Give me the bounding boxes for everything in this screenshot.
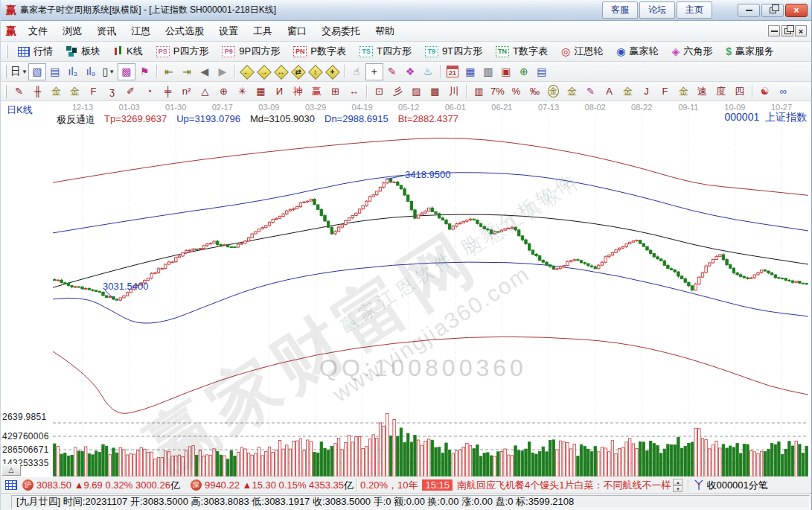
mdi-close-button[interactable]: × — [795, 25, 807, 36]
draw-tool-corner-frame[interactable]: ⊡ — [370, 83, 389, 100]
draw-tool-brush[interactable]: ✎ — [581, 83, 600, 100]
mdi-minimize-button[interactable] — [768, 25, 780, 36]
draw-tool-yin-yang[interactable]: ☯ — [755, 83, 774, 100]
toolbar-button-sectors[interactable]: 板块 — [60, 42, 107, 60]
toolbar-button-p-number-table[interactable]: PNP数字表 — [287, 42, 353, 60]
toolbar-button-calendar[interactable]: 21 — [444, 63, 461, 80]
toolbar-button-step-back[interactable]: ◀ — [196, 63, 214, 80]
ticker-scroll-down-icon[interactable]: ▼ — [673, 485, 682, 492]
toolbar-button-diamond-shift-right[interactable]: → — [255, 63, 272, 80]
menu-item-6[interactable]: 工具 — [246, 22, 280, 41]
draw-tool-gold-ratio-2[interactable]: 金 — [65, 83, 84, 100]
toolbar-button-winner-service[interactable]: $赢家服务 — [719, 42, 781, 60]
toolbar-button-goto-first[interactable]: ⇤ — [160, 63, 178, 80]
draw-tool-price-scale[interactable]: ▥ — [470, 83, 488, 100]
symbol-label[interactable]: 000001 上证指数 — [725, 111, 808, 124]
toolbar-button-pattern-window[interactable]: ▧ — [28, 63, 46, 80]
toolbar-button-t-number-table[interactable]: TNT数字表 — [489, 42, 554, 60]
titlebar-button-forum[interactable]: 论坛 — [639, 1, 675, 19]
toolbar-button-hexagon[interactable]: ◈六角形 — [665, 42, 719, 60]
draw-tool-wave-mark[interactable]: И — [270, 83, 289, 100]
toolbar-button-diamond-reset[interactable]: + — [324, 63, 341, 80]
toolbar-button-chart-bars-3[interactable]: ıl₃ — [64, 63, 82, 80]
pane-period-label[interactable]: 日K线 — [7, 103, 33, 117]
toolbar-button-calculator[interactable]: ▦ — [461, 63, 479, 80]
menu-item-3[interactable]: 江恩 — [124, 22, 158, 41]
toolbar-button-candle-style-dropdown[interactable]: ▯▼ — [100, 63, 118, 80]
toolbar-button-goto-last[interactable]: ⇥ — [178, 63, 196, 80]
restore-button[interactable] — [761, 4, 784, 17]
draw-tool-time-cycle[interactable]: ◔ — [140, 83, 159, 100]
draw-tool-gann-compass[interactable]: ⊕ — [214, 83, 233, 100]
draw-tool-time-comb[interactable]: ╪ — [159, 83, 177, 100]
draw-tool-fibo-f[interactable]: F — [84, 83, 103, 100]
draw-tool-angle-gold[interactable]: 金 — [674, 83, 693, 100]
draw-tool-angle-speed[interactable]: 速 — [693, 83, 712, 100]
draw-tool-permille[interactable]: ‰ — [525, 83, 544, 100]
toolbar-button-p-square[interactable]: PSP四方形 — [150, 42, 216, 60]
draw-tool-gann-pen[interactable]: ✎ — [10, 83, 28, 100]
toolbar-button-chart-bars-9[interactable]: ıl₉ — [82, 63, 100, 80]
draw-tool-percent-zone[interactable]: 7% — [488, 83, 507, 100]
toolbar-button-pattern-box[interactable]: ▩ — [118, 63, 135, 80]
draw-tool-gold-ratio-1[interactable]: 金 — [47, 83, 65, 100]
draw-tool-wave-a[interactable]: A — [600, 83, 618, 100]
draw-tool-parallel-lines[interactable]: 川 — [444, 83, 463, 100]
toolbar-button-diamond-vertical[interactable]: ↕ — [307, 63, 324, 80]
draw-tool-angle-j[interactable]: J — [637, 83, 656, 100]
toolbar-button-9t-square[interactable]: T99T四方形 — [418, 42, 489, 60]
draw-tool-price-comb[interactable]: ╫ — [28, 83, 47, 100]
draw-tool-n-square[interactable]: n² — [177, 83, 196, 100]
close-button[interactable]: × — [785, 4, 808, 17]
menu-item-2[interactable]: 资讯 — [89, 22, 124, 41]
toolbar-button-quotes[interactable]: 行情 — [11, 42, 60, 60]
mdi-restore-button[interactable] — [781, 25, 793, 36]
toolbar-button-diamond-expand[interactable]: ⇄ — [290, 63, 307, 80]
draw-tool-infinity[interactable]: ∞ — [774, 83, 793, 100]
draw-tool-mirror-angle[interactable]: △ — [196, 83, 214, 100]
menu-item-7[interactable]: 窗口 — [280, 22, 314, 41]
draw-tool-number-grid[interactable]: ⊞ — [326, 83, 345, 100]
draw-tool-angle-four[interactable]: 四 — [730, 83, 749, 100]
toolbar-button-ai-tool[interactable]: ♨ — [419, 63, 437, 80]
menu-item-1[interactable]: 浏览 — [55, 22, 89, 41]
toolbar-button-9p-square[interactable]: P99P四方形 — [215, 42, 287, 60]
draw-tool-percent[interactable]: % — [507, 83, 525, 100]
draw-tool-web-grid[interactable]: ▦ — [252, 83, 270, 100]
toolbar-button-t-square[interactable]: TST四方形 — [353, 42, 418, 60]
draw-tool-gold-circle[interactable]: 金 — [544, 83, 563, 100]
menu-item-9[interactable]: 帮助 — [368, 22, 402, 41]
menu-item-4[interactable]: 公式选股 — [158, 22, 211, 41]
draw-tool-width-measure[interactable]: ↔ — [345, 83, 363, 100]
toolbar-button-kline[interactable]: K线 — [107, 42, 150, 60]
market-table-icon[interactable] — [5, 480, 17, 490]
toolbar-button-print[interactable]: ▤ — [533, 63, 551, 80]
draw-tool-gann-web[interactable]: ✳ — [233, 83, 252, 100]
draw-tool-pen-2[interactable]: ✐ — [121, 83, 140, 100]
draw-tool-angle-degree[interactable]: 度 — [712, 83, 730, 100]
draw-tool-angle-f[interactable]: F — [656, 83, 674, 100]
menu-item-0[interactable]: 文件 — [21, 22, 55, 41]
toolbar-button-mark-tool[interactable]: ❖ — [401, 63, 419, 80]
ticker-scroll-up-icon[interactable]: ▲ — [673, 479, 682, 485]
toolbar-button-analysis-flag[interactable]: ⚑ — [135, 63, 153, 80]
titlebar-button-home[interactable]: 主页 — [677, 1, 712, 19]
draw-tool-shen-grid[interactable]: 神 — [289, 83, 307, 100]
draw-tool-hatch-box[interactable]: ▩ — [426, 83, 444, 100]
toolbar-button-diamond-shift-left[interactable]: ← — [238, 63, 255, 80]
toolbar-button-hand-tool[interactable]: ☝ — [348, 63, 365, 80]
draw-tool-gold-angle[interactable]: 金 — [618, 83, 637, 100]
draw-tool-ying-grid[interactable]: 赢 — [307, 83, 326, 100]
draw-tool-ray-fan[interactable]: 彡 — [389, 83, 407, 100]
toolbar-button-gann-wheel[interactable]: ◎江恩轮 — [554, 42, 610, 60]
draw-tool-spiral[interactable]: ʒ — [103, 83, 121, 100]
toolbar-button-export[interactable]: ⊕ — [515, 63, 533, 80]
toolbar-button-erase-tool[interactable]: ✎ — [383, 63, 401, 80]
toolbar-button-crosshair-tool[interactable]: + — [365, 63, 383, 80]
indicator-name[interactable]: 极反通道 — [57, 113, 95, 127]
menu-item-8[interactable]: 交易委托 — [314, 22, 368, 41]
draw-tool-shade-box[interactable]: ▨ — [407, 83, 426, 100]
toolbar-button-info-note[interactable]: ▤ — [46, 63, 64, 80]
menu-item-5[interactable]: 设置 — [211, 22, 246, 41]
draw-tool-gold-line[interactable]: 金 — [563, 83, 581, 100]
